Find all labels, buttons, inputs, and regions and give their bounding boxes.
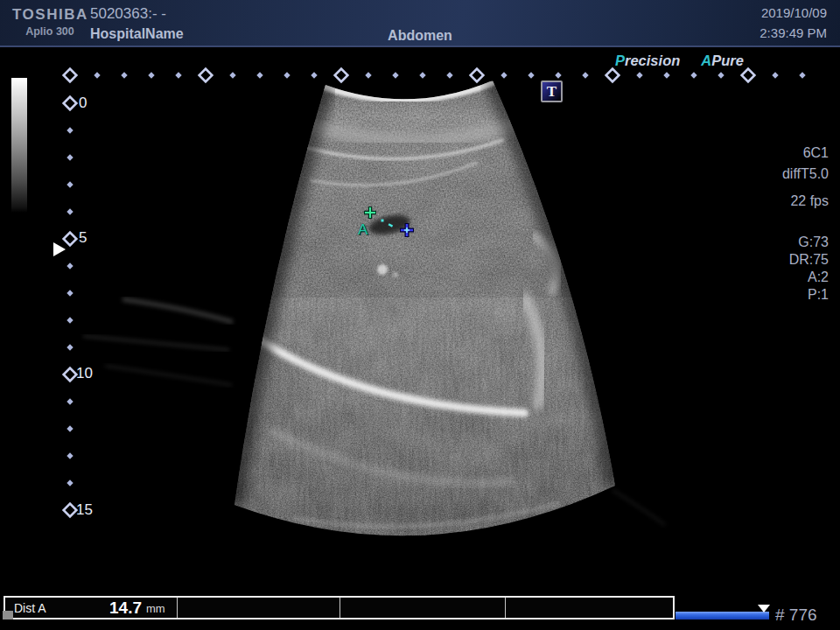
measurement-label: Dist A: [14, 601, 46, 615]
results-divider-1: [177, 598, 178, 618]
measurement-results-bar: Dist A 14.7 mm: [4, 596, 675, 620]
caliper-a-label: A: [358, 221, 368, 239]
caliper-dotted-line-2: [388, 223, 394, 227]
header-bar: TOSHIBA Aplio 300 5020363:- - HospitalNa…: [0, 0, 840, 47]
caliper-dotted-line: [382, 220, 384, 222]
measurement-value: 14.7: [109, 598, 142, 618]
caliper-overlay: [0, 49, 840, 630]
results-page-indicator: [3, 611, 13, 620]
patient-id: 5020363:- -: [90, 5, 166, 23]
caliper-a-start[interactable]: [364, 206, 376, 219]
frame-counter: # 776: [775, 606, 817, 625]
ultrasound-screen: TOSHIBA Aplio 300 5020363:- - HospitalNa…: [0, 0, 840, 630]
exam-type: Abdomen: [0, 28, 840, 44]
cine-position-marker[interactable]: [758, 605, 770, 612]
caliper-a-end[interactable]: [400, 223, 414, 237]
cine-scroll-bar[interactable]: [676, 612, 769, 620]
results-divider-2: [340, 598, 340, 618]
results-divider-3: [505, 598, 506, 618]
brand-logo: TOSHIBA: [12, 6, 88, 24]
exam-time: 2:39:49 PM: [760, 25, 827, 40]
exam-date: 2019/10/09: [761, 5, 827, 20]
measurement-unit: mm: [146, 602, 165, 615]
